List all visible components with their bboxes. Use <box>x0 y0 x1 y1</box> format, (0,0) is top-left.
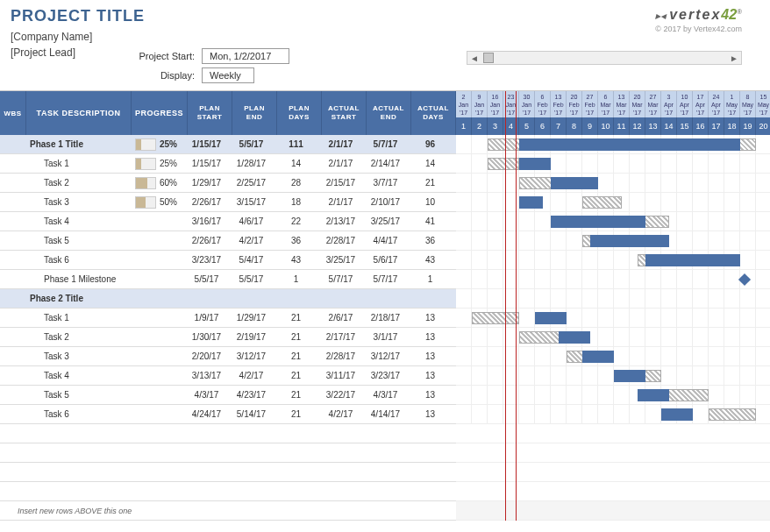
plan-days[interactable]: 1 <box>274 274 318 284</box>
actual-days[interactable]: 43 <box>408 255 453 265</box>
table-row[interactable]: Task 52/26/174/2/17362/28/174/4/1736 <box>0 231 456 251</box>
task-name[interactable]: Task 5 <box>26 390 132 400</box>
plan-days[interactable]: 28 <box>274 178 318 188</box>
plan-start[interactable]: 1/29/17 <box>184 178 229 188</box>
plan-days[interactable]: 22 <box>274 216 318 226</box>
actual-start[interactable]: 2/17/17 <box>318 332 363 342</box>
actual-days[interactable]: 36 <box>408 236 453 245</box>
table-row[interactable]: Task 125%1/15/171/28/17142/1/172/14/1714 <box>0 154 456 174</box>
actual-start[interactable]: 3/22/17 <box>318 390 363 400</box>
plan-start[interactable]: 4/24/17 <box>184 409 229 419</box>
plan-end[interactable]: 5/14/17 <box>229 409 274 419</box>
actual-start[interactable]: 4/2/17 <box>318 409 363 419</box>
task-name[interactable]: Task 6 <box>26 255 132 265</box>
empty-row[interactable] <box>0 443 456 463</box>
actual-end[interactable]: 4/4/17 <box>363 236 408 245</box>
table-row[interactable]: Task 350%2/26/173/15/17182/1/172/10/1710 <box>0 193 456 212</box>
plan-days[interactable]: 18 <box>274 197 318 207</box>
plan-end[interactable]: 5/4/17 <box>229 255 274 265</box>
table-row[interactable]: Task 43/13/174/2/17213/11/173/23/1713 <box>0 366 456 386</box>
actual-end[interactable]: 2/14/17 <box>363 159 408 168</box>
actual-start[interactable]: 3/11/17 <box>318 371 363 380</box>
table-row[interactable]: Phase 1 Milestone5/5/175/5/1715/7/175/7/… <box>0 270 456 289</box>
plan-days[interactable]: 21 <box>274 351 318 361</box>
actual-start[interactable]: 2/1/17 <box>318 159 363 168</box>
actual-days[interactable]: 13 <box>408 332 453 342</box>
task-name[interactable]: Task 2 <box>26 178 132 188</box>
plan-days[interactable]: 21 <box>274 332 318 342</box>
progress-cell[interactable]: 25% <box>132 138 184 151</box>
actual-days[interactable]: 21 <box>408 178 453 188</box>
task-name[interactable]: Task 5 <box>26 236 132 245</box>
actual-days[interactable]: 13 <box>408 351 453 361</box>
actual-end[interactable]: 3/23/17 <box>363 371 408 380</box>
plan-days[interactable]: 21 <box>274 409 318 419</box>
plan-start[interactable]: 1/30/17 <box>184 332 229 342</box>
actual-start[interactable]: 5/7/17 <box>318 274 363 284</box>
progress-cell[interactable]: 25% <box>132 158 184 170</box>
actual-days[interactable]: 13 <box>408 409 453 419</box>
plan-days[interactable]: 21 <box>274 313 318 323</box>
table-row[interactable]: Task 260%1/29/172/25/17282/15/173/7/1721 <box>0 174 456 193</box>
actual-end[interactable]: 2/18/17 <box>363 313 408 323</box>
table-row[interactable]: Phase 1 Title25%1/15/175/5/171112/1/175/… <box>0 135 456 154</box>
empty-row[interactable] <box>0 482 456 501</box>
plan-end[interactable]: 2/25/17 <box>229 178 274 188</box>
task-name[interactable]: Task 4 <box>26 216 132 226</box>
plan-days[interactable]: 111 <box>274 139 318 149</box>
table-row[interactable]: Task 32/20/173/12/17212/28/173/12/1713 <box>0 347 456 366</box>
plan-days[interactable]: 14 <box>274 159 318 168</box>
table-row[interactable]: Task 11/9/171/29/17212/6/172/18/1713 <box>0 309 456 328</box>
plan-start[interactable]: 1/15/17 <box>184 139 229 149</box>
actual-end[interactable]: 5/6/17 <box>363 255 408 265</box>
plan-end[interactable]: 1/28/17 <box>229 159 274 168</box>
actual-days[interactable]: 10 <box>408 197 453 207</box>
actual-days[interactable]: 41 <box>408 216 453 226</box>
plan-end[interactable]: 4/2/17 <box>229 371 274 380</box>
table-row[interactable]: Task 21/30/172/19/17212/17/173/1/1713 <box>0 328 456 347</box>
actual-end[interactable]: 5/7/17 <box>363 139 408 149</box>
plan-start[interactable]: 3/23/17 <box>184 255 229 265</box>
plan-end[interactable]: 3/12/17 <box>229 351 274 361</box>
scroll-right-icon[interactable]: ► <box>727 52 741 64</box>
task-name[interactable]: Task 3 <box>26 197 132 207</box>
task-name[interactable]: Task 6 <box>26 409 132 419</box>
plan-start[interactable]: 2/26/17 <box>184 197 229 207</box>
task-name[interactable]: Task 1 <box>26 313 132 323</box>
plan-start[interactable]: 5/5/17 <box>184 274 229 284</box>
empty-row[interactable] <box>0 463 456 482</box>
actual-end[interactable]: 3/25/17 <box>363 216 408 226</box>
actual-start[interactable]: 2/6/17 <box>318 313 363 323</box>
plan-start[interactable]: 2/26/17 <box>184 236 229 245</box>
plan-start[interactable]: 3/16/17 <box>184 216 229 226</box>
actual-start[interactable]: 2/1/17 <box>318 197 363 207</box>
project-start-input[interactable]: Mon, 1/2/2017 <box>202 48 289 64</box>
plan-days[interactable]: 36 <box>274 236 318 245</box>
plan-end[interactable]: 1/29/17 <box>229 313 274 323</box>
actual-end[interactable]: 2/10/17 <box>363 197 408 207</box>
actual-end[interactable]: 4/3/17 <box>363 390 408 400</box>
actual-end[interactable]: 3/1/17 <box>363 332 408 342</box>
actual-days[interactable]: 13 <box>408 390 453 400</box>
scroll-thumb[interactable] <box>483 53 494 63</box>
actual-start[interactable]: 2/15/17 <box>318 178 363 188</box>
plan-end[interactable]: 4/23/17 <box>229 390 274 400</box>
actual-start[interactable]: 2/1/17 <box>318 139 363 149</box>
actual-start[interactable]: 3/25/17 <box>318 255 363 265</box>
progress-cell[interactable]: 50% <box>132 196 184 209</box>
plan-end[interactable]: 3/15/17 <box>229 197 274 207</box>
plan-start[interactable]: 4/3/17 <box>184 390 229 400</box>
plan-start[interactable]: 1/15/17 <box>184 159 229 168</box>
task-name[interactable]: Phase 1 Title <box>26 139 132 149</box>
actual-days[interactable]: 13 <box>408 313 453 323</box>
actual-start[interactable]: 2/28/17 <box>318 236 363 245</box>
table-row[interactable]: Task 43/16/174/6/17222/13/173/25/1741 <box>0 212 456 231</box>
task-name[interactable]: Task 3 <box>26 351 132 361</box>
display-select[interactable]: Weekly <box>202 67 254 83</box>
table-row[interactable]: Task 63/23/175/4/17433/25/175/6/1743 <box>0 251 456 270</box>
progress-cell[interactable]: 60% <box>132 177 184 189</box>
actual-end[interactable]: 4/14/17 <box>363 409 408 419</box>
actual-start[interactable]: 2/13/17 <box>318 216 363 226</box>
task-name[interactable]: Task 1 <box>26 159 132 168</box>
plan-start[interactable]: 2/20/17 <box>184 351 229 361</box>
